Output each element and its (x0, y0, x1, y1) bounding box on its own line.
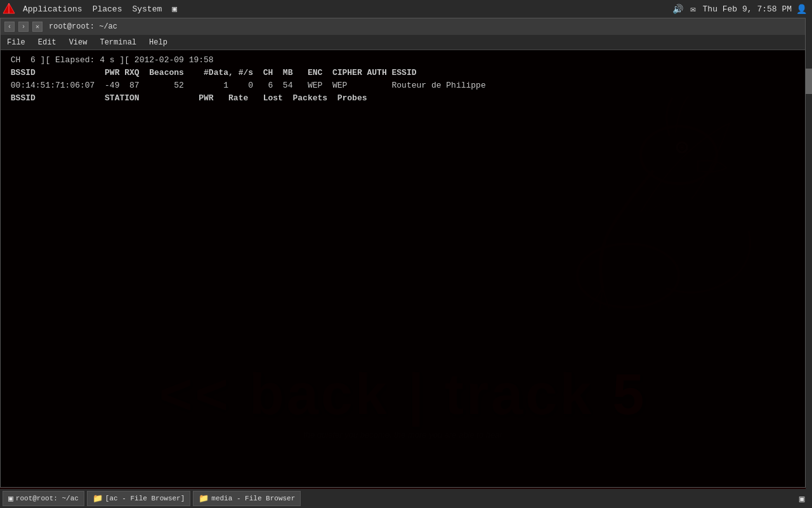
terminal-icon-bottom: ▣ (8, 493, 13, 504)
term-data-row-1: 00:14:51:71:06:07 -49 87 52 1 0 6 54 WEP… (6, 79, 800, 92)
taskbar-bottom: ▣ root@root: ~/ac 📁 [ac - File Browser] … (0, 489, 812, 508)
menu-help[interactable]: Help (143, 35, 174, 50)
taskbar-right: 🔊 ✉ Thu Feb 9, 7:58 PM 👤 (672, 3, 812, 15)
kali-logo (0, 0, 18, 18)
top-menu-applications[interactable]: Applications (18, 0, 88, 18)
bottom-app-filebrowser-media-label: media - File Browser (211, 495, 295, 502)
scrollbar-thumb[interactable] (806, 69, 812, 94)
window-nav-next[interactable]: › (18, 22, 29, 32)
terminal-titlebar: ‹ › ✕ root@root: ~/ac (1, 18, 805, 35)
top-menu-system[interactable]: System (127, 0, 167, 18)
taskbar-top: Applications Places System ▣ 🔊 ✉ Thu Feb… (0, 0, 812, 18)
bottom-app-filebrowser-ac[interactable]: 📁 [ac - File Browser] (87, 491, 190, 506)
term-line-1: CH 6 ][ Elapsed: 4 s ][ 2012-02-09 19:58 (6, 54, 800, 67)
terminal-window: ‹ › ✕ root@root: ~/ac File Edit View Ter… (0, 18, 806, 488)
menu-terminal[interactable]: Terminal (93, 35, 143, 50)
menu-file[interactable]: File (1, 35, 32, 50)
bottom-app-filebrowser-ac-label: [ac - File Browser] (105, 495, 185, 502)
term-col-header-1: BSSID PWR RXQ Beacons #Data, #/s CH MB E… (6, 67, 800, 79)
term-col-header-2: BSSID STATION PWR Rate Lost Packets Prob… (6, 92, 800, 105)
terminal-menu-bar: File Edit View Terminal Help (1, 35, 805, 50)
bottom-app-terminal-label: root@root: ~/ac (16, 495, 79, 502)
window-nav-prev[interactable]: ‹ (4, 22, 15, 32)
bottom-app-filebrowser-media[interactable]: 📁 media - File Browser (193, 491, 301, 506)
folder-icon-2: 📁 (199, 493, 209, 504)
user-icon[interactable]: 👤 (796, 3, 807, 15)
datetime: Thu Feb 9, 7:58 PM (703, 4, 792, 14)
menu-view[interactable]: View (63, 35, 94, 50)
folder-icon-1: 📁 (93, 493, 103, 504)
terminal-content[interactable]: CH 6 ][ Elapsed: 4 s ][ 2012-02-09 19:58… (1, 50, 805, 487)
speaker-icon[interactable]: 🔊 (672, 3, 684, 15)
terminal-title: root@root: ~/ac (49, 22, 117, 31)
terminal-icon-top[interactable]: ▣ (167, 0, 182, 18)
mail-icon[interactable]: ✉ (688, 3, 699, 15)
bottom-app-terminal[interactable]: ▣ root@root: ~/ac (3, 491, 84, 506)
menu-edit[interactable]: Edit (32, 35, 63, 50)
top-menu-places[interactable]: Places (88, 0, 128, 18)
bottom-terminal-icon[interactable]: ▣ (794, 491, 809, 506)
window-close[interactable]: ✕ (32, 22, 43, 32)
scrollbar[interactable] (806, 18, 812, 508)
